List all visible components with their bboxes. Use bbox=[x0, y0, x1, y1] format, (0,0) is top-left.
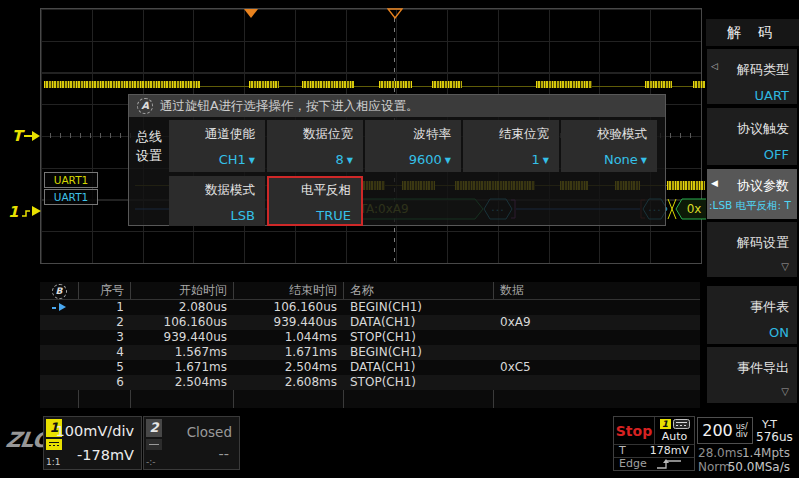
button-label: 数据位宽 bbox=[267, 126, 353, 143]
button-value: 8 bbox=[336, 152, 344, 167]
sidebar-item-protocol-trigger[interactable]: 协议触发 OFF bbox=[707, 108, 797, 165]
channel2-status-box[interactable]: 2 -:- Closed -- bbox=[143, 416, 240, 470]
dialog-title: 通过旋钮A进行选择操作，按下进入相应设置。 bbox=[160, 95, 419, 117]
button-value: 9600 bbox=[409, 152, 442, 167]
row-index: 4 bbox=[78, 345, 130, 360]
row-data bbox=[493, 330, 700, 345]
col-header-data: 数据 bbox=[493, 282, 700, 299]
channel-enable-button[interactable]: 通道使能 CH1▼ bbox=[169, 120, 265, 172]
row-start: 106.160us bbox=[130, 315, 233, 330]
button-label: 校验模式 bbox=[561, 126, 647, 143]
sidebar-item-decode-type[interactable]: ◁ 解码类型 UART bbox=[707, 49, 797, 104]
sidebar-item-event-export[interactable]: 事件导出 ▽ bbox=[707, 347, 797, 403]
table-row[interactable]: 1 2.080us 106.160us BEGIN(CH1) bbox=[40, 300, 700, 315]
table-row[interactable]: 5 1.671ms 2.504ms DATA(CH1) 0xC5 bbox=[40, 360, 700, 375]
button-value: LSB bbox=[169, 208, 255, 223]
col-header-end-time: 结束时间 bbox=[233, 282, 343, 299]
row-start: 2.504ms bbox=[130, 375, 233, 390]
memory-depth: 1.4Mpts bbox=[742, 446, 790, 460]
channel1-marker-label: 1 bbox=[8, 203, 18, 221]
row-end: 939.440us bbox=[233, 315, 343, 330]
decode-bus-label[interactable]: UART1 bbox=[44, 189, 98, 205]
row-end: 106.160us bbox=[233, 300, 343, 315]
row-start: 1.567ms bbox=[130, 345, 233, 360]
decode-bus-label-text: UART1 bbox=[54, 191, 89, 203]
dropdown-icon: ▼ bbox=[249, 156, 255, 165]
uart-burst bbox=[379, 81, 412, 88]
sidebar-item-label: 协议触发 bbox=[715, 120, 789, 138]
table-row[interactable]: 6 2.504ms 2.608ms STOP(CH1) bbox=[40, 375, 700, 390]
sidebar-item-value: ON bbox=[715, 325, 789, 340]
frame-junction-icon bbox=[668, 199, 676, 219]
trigger-level-row: T 178mV bbox=[614, 444, 694, 458]
trigger-coupling-icon bbox=[673, 419, 690, 429]
oscilloscope-screen: DATA:0xA9 ... ... 0x T 1 UART1 UART1 A bbox=[0, 0, 799, 478]
timebase-box[interactable]: 200 us/ div bbox=[697, 417, 753, 444]
right-arrow-icon bbox=[24, 131, 40, 141]
dropdown-icon: ▼ bbox=[445, 156, 451, 165]
row-end: 1.044ms bbox=[233, 330, 343, 345]
row-data: 0xA9 bbox=[493, 315, 700, 330]
uart-burst bbox=[667, 181, 705, 190]
channel1-position-marker[interactable]: 1 bbox=[8, 203, 42, 221]
dropdown-hollow-icon: ▽ bbox=[715, 386, 789, 397]
level-invert-button[interactable]: 电平反相 TRUE bbox=[267, 176, 363, 226]
stop-width-button[interactable]: 结束位宽 1▼ bbox=[463, 120, 559, 172]
sidebar-item-label: 解码类型 bbox=[715, 61, 789, 79]
trigger-source-cell[interactable]: 1 Auto bbox=[655, 417, 694, 444]
row-data bbox=[493, 300, 700, 315]
probe-ratio: -:- bbox=[146, 457, 156, 467]
row-index: 6 bbox=[78, 375, 130, 390]
run-state-text: Stop bbox=[616, 423, 652, 439]
trigger-bus-label[interactable]: UART1 bbox=[44, 172, 98, 188]
step-arrow-icon bbox=[20, 205, 42, 219]
button-label: 通道使能 bbox=[169, 126, 255, 143]
button-value: CH1 bbox=[219, 152, 246, 167]
data-width-button[interactable]: 数据位宽 8▼ bbox=[267, 120, 363, 172]
knob-a-icon: A bbox=[137, 98, 153, 114]
channel1-scale: 100mV/div bbox=[56, 423, 134, 439]
channel1-status-box[interactable]: 1 1:1 100mV/div -178mV bbox=[43, 416, 142, 470]
coupling-off-icon bbox=[146, 439, 162, 450]
trigger-sweep-mode: Auto bbox=[662, 430, 688, 443]
button-value: 1 bbox=[532, 152, 540, 167]
row-name: STOP(CH1) bbox=[343, 330, 494, 345]
baud-rate-button[interactable]: 波特率 9600▼ bbox=[365, 120, 461, 172]
sidebar-item-decode-settings[interactable]: 解码设置 ▽ bbox=[707, 222, 797, 277]
button-label: 结束位宽 bbox=[463, 126, 549, 143]
sidebar-item-label: 协议参数 bbox=[715, 177, 789, 195]
event-table: B 序号 开始时间 结束时间 名称 数据 1 2.080us 106.160us… bbox=[40, 282, 700, 408]
row-data bbox=[493, 375, 700, 390]
trigger-type-row: Edge bbox=[614, 457, 694, 470]
sidebar-item-protocol-params[interactable]: ◀ 协议参数 :LSB 电平反相: T bbox=[707, 169, 797, 219]
row-end: 1.671ms bbox=[233, 345, 343, 360]
table-row[interactable]: 3 939.440us 1.044ms STOP(CH1) bbox=[40, 330, 700, 345]
knob-b-icon: B bbox=[52, 284, 67, 299]
timebase-scale: 200 bbox=[702, 421, 733, 440]
acquisition-mode: Norm bbox=[698, 460, 731, 474]
parity-mode-button[interactable]: 校验模式 None▼ bbox=[561, 120, 657, 172]
chevron-left-filled-icon: ◀ bbox=[711, 178, 718, 188]
trigger-position-marker-icon[interactable] bbox=[387, 8, 403, 19]
data-mode-button[interactable]: 数据模式 LSB bbox=[169, 176, 265, 226]
sidebar-item-value: UART bbox=[715, 88, 789, 103]
row-data bbox=[493, 345, 700, 360]
probe-ratio: 1:1 bbox=[46, 457, 60, 467]
record-duration: 28.0ms bbox=[698, 446, 743, 460]
sidebar-item-event-table[interactable]: 事件表 ON bbox=[707, 286, 797, 344]
button-label: 波特率 bbox=[365, 126, 451, 143]
dialog-body: 总线设置 通道使能 CH1▼ 数据位宽 8▼ 波特率 9600▼ 结束位宽 1▼… bbox=[129, 117, 665, 225]
trigger-level-marker[interactable]: T bbox=[12, 127, 40, 145]
row-end: 2.504ms bbox=[233, 360, 343, 375]
bus-settings-section-label: 总线设置 bbox=[136, 127, 164, 165]
row-name: BEGIN(CH1) bbox=[343, 345, 494, 360]
button-value: TRUE bbox=[269, 208, 351, 223]
row-index: 3 bbox=[78, 330, 130, 345]
table-row[interactable]: 4 1.567ms 1.671ms BEGIN(CH1) bbox=[40, 345, 700, 360]
row-start: 939.440us bbox=[130, 330, 233, 345]
table-row[interactable]: 2 106.160us 939.440us DATA(CH1) 0xA9 bbox=[40, 315, 700, 330]
uart-burst bbox=[432, 81, 462, 88]
row-index: 5 bbox=[78, 360, 130, 375]
run-state-indicator[interactable]: Stop bbox=[614, 417, 655, 444]
horizontal-offset-marker-icon[interactable] bbox=[243, 8, 259, 19]
